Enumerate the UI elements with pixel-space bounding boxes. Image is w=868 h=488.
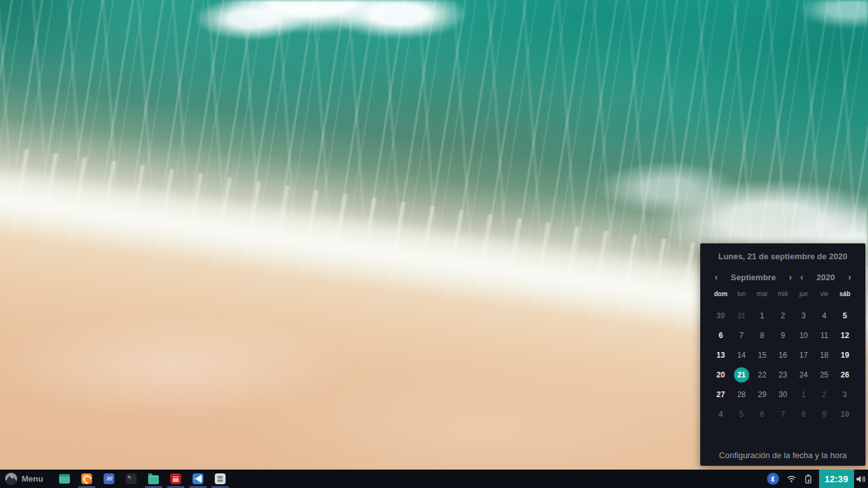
calendar-nav: ‹ Septiembre › ‹ 2020 › <box>710 271 855 283</box>
month-label: Septiembre <box>722 273 785 282</box>
calendar-day[interactable]: 24 <box>793 365 814 384</box>
calendar-day[interactable]: 6 <box>752 404 773 424</box>
taskbar: Menu 12:39 <box>0 470 868 488</box>
wifi-icon[interactable] <box>786 475 797 483</box>
battery-charging-icon[interactable] <box>804 474 813 484</box>
launcher-firefox[interactable] <box>76 470 98 488</box>
terminal-icon <box>126 473 137 484</box>
calendar-day[interactable]: 4 <box>814 306 835 325</box>
show-desktop-icon <box>59 474 70 484</box>
calendar-day[interactable]: 4 <box>710 404 731 424</box>
launcher-area <box>53 470 231 488</box>
calendar-day[interactable]: 3 <box>834 384 855 404</box>
launcher-red-terminal[interactable] <box>165 470 187 488</box>
calendar-day[interactable]: 3 <box>793 306 814 325</box>
red-terminal-icon <box>170 473 181 484</box>
folder-icon <box>148 475 159 484</box>
bluetooth-icon[interactable] <box>767 473 779 485</box>
datetime-settings-link[interactable]: Configuración de la fecha y la hora <box>700 451 865 460</box>
calendar-day[interactable]: 10 <box>793 325 814 345</box>
calendar-day[interactable]: 12 <box>834 325 855 345</box>
launcher-show-desktop[interactable] <box>53 470 76 488</box>
volume-icon[interactable] <box>854 470 868 488</box>
calendar-day[interactable]: 8 <box>752 325 773 345</box>
calendar-day[interactable]: 22 <box>752 365 773 384</box>
day-header: dom <box>710 290 731 297</box>
calendar-date-title: Lunes, 21 de septiembre de 2020 <box>710 252 855 261</box>
calendar-day[interactable]: 2 <box>814 384 835 404</box>
calendar-day[interactable]: 26 <box>834 365 855 384</box>
calendar-day[interactable]: 10 <box>834 404 855 424</box>
mint-logo-icon <box>5 473 17 485</box>
calendar-day[interactable]: 27 <box>710 384 731 404</box>
calendar-grid: 3031123456789101112131415161718192021222… <box>710 306 855 424</box>
system-app-icon <box>215 473 226 484</box>
calendar-day[interactable]: 2 <box>773 306 794 325</box>
month-nav: ‹ Septiembre › <box>710 273 796 282</box>
calendar-day[interactable]: 31 <box>731 306 752 325</box>
day-header: jue <box>793 290 814 297</box>
calendar-day[interactable]: 19 <box>834 345 855 365</box>
calendar-day[interactable]: 30 <box>773 384 794 404</box>
clock[interactable]: 12:39 <box>819 470 854 488</box>
calendar-day[interactable]: 20 <box>710 365 731 384</box>
calendar-day[interactable]: 18 <box>814 345 835 365</box>
calendar-day[interactable]: 1 <box>793 384 814 404</box>
launcher-files[interactable] <box>142 470 165 488</box>
menu-button[interactable]: Menu <box>0 470 46 488</box>
day-header: mié <box>773 290 794 297</box>
calendar-day-selected[interactable]: 21 <box>731 365 752 384</box>
calendar-day[interactable]: 25 <box>814 365 835 384</box>
calendar-day[interactable]: 5 <box>731 404 752 424</box>
calendar-day[interactable]: 16 <box>773 345 794 365</box>
launcher-terminal[interactable] <box>120 470 142 488</box>
launcher-mail[interactable] <box>98 470 120 488</box>
vscode-icon <box>193 473 203 484</box>
year-nav: ‹ 2020 › <box>796 273 855 282</box>
calendar-day[interactable]: 15 <box>752 345 773 365</box>
prev-month-button[interactable]: ‹ <box>710 273 722 281</box>
calendar-day[interactable]: 14 <box>731 345 752 365</box>
launcher-system-app[interactable] <box>209 470 231 488</box>
day-header: sáb <box>834 290 855 297</box>
next-month-button[interactable]: › <box>785 273 796 281</box>
year-label: 2020 <box>808 273 844 282</box>
calendar-day[interactable]: 23 <box>773 365 794 384</box>
system-tray <box>767 473 813 485</box>
mail-icon <box>104 473 114 484</box>
calendar-day[interactable]: 6 <box>710 325 731 345</box>
calendar-popup: Lunes, 21 de septiembre de 2020 ‹ Septie… <box>700 243 865 466</box>
day-header: vie <box>814 290 835 297</box>
calendar-day[interactable]: 7 <box>731 325 752 345</box>
calendar-day[interactable]: 13 <box>710 345 731 365</box>
calendar-day[interactable]: 17 <box>793 345 814 365</box>
calendar-day[interactable]: 29 <box>752 384 773 404</box>
screen: Lunes, 21 de septiembre de 2020 ‹ Septie… <box>0 0 868 488</box>
calendar-day[interactable]: 5 <box>834 306 855 325</box>
day-header: mar <box>752 290 773 297</box>
calendar-day[interactable]: 11 <box>814 325 835 345</box>
prev-year-button[interactable]: ‹ <box>796 273 808 281</box>
calendar-day[interactable]: 9 <box>814 404 835 424</box>
day-header-row: domlunmarmiéjueviesáb <box>710 290 855 297</box>
calendar-day[interactable]: 7 <box>773 404 794 424</box>
launcher-vscode[interactable] <box>187 470 209 488</box>
calendar-day[interactable]: 30 <box>710 306 731 325</box>
calendar-day[interactable]: 9 <box>773 325 794 345</box>
calendar-day[interactable]: 28 <box>731 384 752 404</box>
menu-label: Menu <box>22 474 43 484</box>
firefox-icon <box>81 473 92 484</box>
day-header: lun <box>731 290 752 297</box>
calendar-day[interactable]: 1 <box>752 306 773 325</box>
calendar-day[interactable]: 8 <box>793 404 814 424</box>
next-year-button[interactable]: › <box>844 273 855 281</box>
